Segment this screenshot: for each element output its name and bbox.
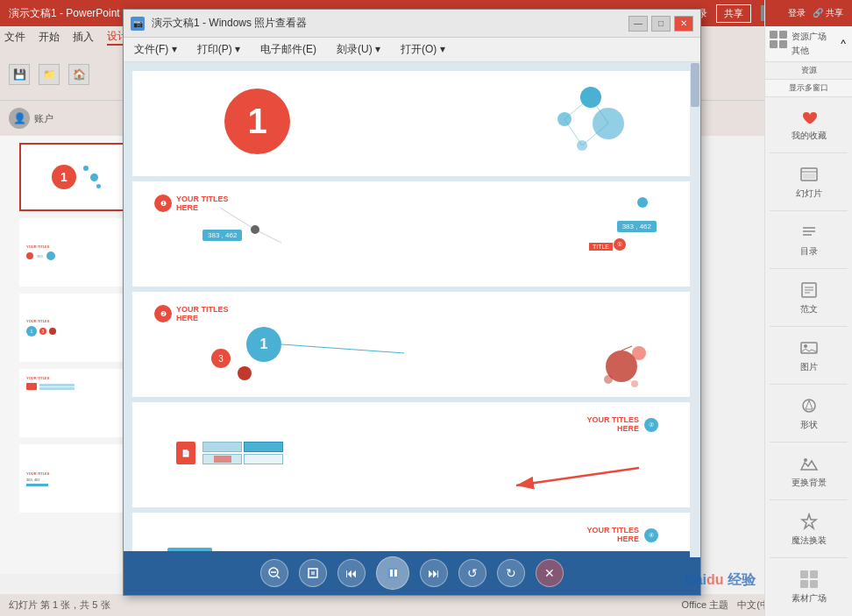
slide1-number-1: 1 xyxy=(224,89,290,154)
rs-divider-2 xyxy=(770,210,848,211)
pv-scrollbar-track xyxy=(690,62,700,557)
rs-grid-icon xyxy=(770,31,787,57)
rs-divider-7 xyxy=(770,499,848,500)
magic-icon xyxy=(797,511,821,532)
slide4-doc-icon: 📄 xyxy=(176,442,195,464)
rs-divider-5 xyxy=(770,384,848,385)
pv-menu-bar: 文件(F) ▾ 打印(P) ▾ 电子邮件(E) 刻录(U) ▾ 打开(O) ▾ … xyxy=(124,38,700,62)
svg-point-14 xyxy=(631,380,638,387)
slide5-titles: YOUR TITLESHERE xyxy=(586,526,639,543)
user-icon: 👤 xyxy=(9,108,30,129)
rs-item-magic[interactable]: 魔法换装 xyxy=(765,502,852,556)
rs-resource-area: 资源广场 其他 ^ xyxy=(765,26,852,62)
rs-item-favorites[interactable]: 我的收藏 xyxy=(765,97,852,151)
rs-item-bg[interactable]: 更换背景 xyxy=(765,444,852,498)
save-icon[interactable]: 💾 xyxy=(9,64,30,85)
slide-thumb-2[interactable]: YOUR TITLES 383 xyxy=(19,218,133,287)
pv-menu-open[interactable]: 打开(O) ▾ xyxy=(397,40,449,59)
svg-line-9 xyxy=(255,230,281,243)
slide2-badge: ❶ xyxy=(154,195,172,212)
zoom-out-button[interactable] xyxy=(260,559,288,587)
pv-minimize-button[interactable]: — xyxy=(628,16,648,32)
rs-resource-label: 资源 xyxy=(765,62,852,80)
pv-restore-button[interactable]: □ xyxy=(651,16,671,32)
bg-icon xyxy=(797,453,821,474)
pv-menu-file[interactable]: 文件(F) ▾ xyxy=(131,40,181,59)
rs-item-market[interactable]: 素材广场 xyxy=(765,560,852,613)
rs-shape-label: 形状 xyxy=(800,419,818,431)
svg-line-16 xyxy=(281,344,404,353)
pv-menu-burn[interactable]: 刻录(U) ▾ xyxy=(333,40,384,59)
rs-magic-label: 魔法换装 xyxy=(792,535,827,547)
rs-item-sample[interactable]: 范文 xyxy=(765,271,852,324)
rs-item-toc[interactable]: 目录 xyxy=(765,213,852,266)
slide1-network xyxy=(521,84,626,166)
rs-share-button[interactable]: 🔗 共享 xyxy=(813,7,843,19)
shape-icon xyxy=(797,395,821,416)
pv-title-text: 演示文稿1 - Windows 照片查看器 xyxy=(152,16,307,31)
slide3-node3: 3 xyxy=(211,349,231,368)
ppt-title: 演示文稿1 - PowerPoint xyxy=(9,6,120,21)
slide-thumb-1[interactable]: 1 xyxy=(19,143,133,211)
svg-rect-29 xyxy=(803,173,815,179)
slide-thumb-5[interactable]: YOUR TITLES 383, 462 xyxy=(19,444,133,513)
prev-button[interactable]: ⏮ xyxy=(337,559,366,587)
pv-slide-1: 1 xyxy=(132,71,692,176)
slide4-table xyxy=(202,442,283,464)
slide4-titles: YOUR TITLESHERE xyxy=(586,415,639,433)
next-button[interactable]: ⏭ xyxy=(420,559,448,587)
rs-show-window[interactable]: 显示多窗口 xyxy=(765,80,852,97)
slide3-cluster xyxy=(586,336,657,400)
pv-menu-print[interactable]: 打印(P) ▾ xyxy=(194,40,244,59)
share-button[interactable]: 共享 xyxy=(716,4,751,23)
image-icon xyxy=(797,337,821,358)
rotate-left-button[interactable]: ↺ xyxy=(458,559,486,587)
slide-status: 幻灯片 第 1 张，共 5 张 xyxy=(9,598,110,612)
rs-resource-market[interactable]: 资源广场 xyxy=(792,31,834,43)
rs-toc-label: 目录 xyxy=(800,245,818,258)
account-label: 账户 xyxy=(34,112,53,125)
slide2-title-tag: TITLE xyxy=(589,243,613,251)
fit-button[interactable] xyxy=(299,559,327,587)
rs-login-button[interactable]: 登录 xyxy=(788,7,806,19)
status-bar: 幻灯片 第 1 张，共 5 张 Office 主题 中文(中国) + 72% ⛶ xyxy=(0,594,852,616)
rs-divider-4 xyxy=(770,326,848,327)
svg-line-20 xyxy=(277,576,280,578)
market-icon xyxy=(797,569,821,590)
rotate-right-button[interactable]: ↻ xyxy=(497,559,525,587)
slide-thumb-3[interactable]: YOUR TITLES 1 3 xyxy=(19,294,133,362)
pv-menu-email[interactable]: 电子邮件(E) xyxy=(257,40,320,59)
delete-button[interactable]: ✕ xyxy=(536,559,564,587)
pv-slide-3: ❷ YOUR TITLESHERE 1 3 xyxy=(132,292,692,397)
rs-item-image[interactable]: 图片 xyxy=(765,329,852,382)
svg-line-4 xyxy=(564,97,591,119)
menu-home[interactable]: 开始 xyxy=(39,30,60,45)
slide-thumb-4[interactable]: YOUR TITLES xyxy=(19,369,133,437)
right-sidebar: 登录 🔗 共享 资源广场 其他 ^ 资源 显示多窗口 我的收藏 幻灯片 xyxy=(764,0,852,616)
pv-scroll-thumb[interactable] xyxy=(691,63,699,107)
svg-rect-23 xyxy=(311,571,315,575)
slide2-node2: ① xyxy=(614,238,626,251)
svg-point-38 xyxy=(804,344,807,348)
rs-collapse-button[interactable]: ^ xyxy=(839,31,848,57)
rs-item-shape[interactable]: 形状 xyxy=(765,386,852,440)
rs-bg-label: 更换背景 xyxy=(792,477,827,489)
rs-sample-label: 范文 xyxy=(800,303,818,315)
rs-other[interactable]: 其他 xyxy=(792,45,834,57)
rs-divider-3 xyxy=(770,268,848,269)
folder-icon[interactable]: 📁 xyxy=(39,64,60,85)
play-button[interactable] xyxy=(376,556,409,590)
slides-icon xyxy=(797,164,821,185)
rs-divider-1 xyxy=(770,152,848,153)
home-icon[interactable]: 🏠 xyxy=(68,64,89,85)
menu-insert[interactable]: 插入 xyxy=(73,30,94,45)
rs-item-slides[interactable]: 幻灯片 xyxy=(765,155,852,209)
slide2-titles: YOUR TITLESHERE xyxy=(176,195,229,212)
office-theme: Office 主题 xyxy=(682,598,729,612)
pv-close-button[interactable]: ✕ xyxy=(674,16,693,32)
slide5-badge: ④ xyxy=(644,528,658,542)
svg-line-15 xyxy=(621,346,632,350)
slide3-node-large: 1 xyxy=(246,327,281,362)
menu-file[interactable]: 文件 xyxy=(4,30,25,45)
rs-divider-8 xyxy=(770,557,848,558)
